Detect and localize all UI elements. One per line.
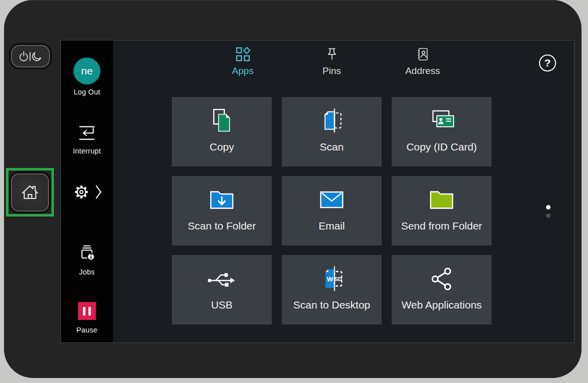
pause-label: Pause	[76, 326, 97, 334]
app-tile-send-from-folder[interactable]: Send from Folder	[392, 176, 492, 246]
folder-icon	[427, 188, 456, 212]
sidebar-item-logout[interactable]: ne Log Out	[61, 58, 113, 96]
app-label: Copy (ID Card)	[406, 141, 477, 153]
page-dot-active	[546, 205, 551, 210]
jobs-label: Jobs	[79, 268, 94, 276]
tab-apps[interactable]: Apps	[213, 46, 273, 76]
app-tile-scan-to-desktop[interactable]: W SD Scan to Desktop	[282, 255, 382, 324]
touchscreen: ne Log Out Interrupt	[60, 40, 575, 343]
tab-address[interactable]: Address	[393, 46, 453, 76]
sidebar: ne Log Out Interrupt	[61, 40, 113, 342]
sidebar-item-settings[interactable]	[61, 182, 113, 202]
usb-icon	[206, 268, 238, 290]
app-label: Send from Folder	[401, 220, 482, 232]
app-label: Copy	[209, 141, 234, 153]
svg-text:W: W	[327, 276, 333, 283]
help-button[interactable]: ?	[539, 54, 556, 72]
pin-icon	[325, 46, 339, 62]
power-sleep-icon	[17, 50, 44, 64]
share-nodes-icon	[429, 266, 455, 292]
app-tile-usb[interactable]: USB	[172, 255, 272, 324]
page-indicator[interactable]	[546, 205, 551, 218]
app-label: Scan	[320, 141, 344, 153]
app-tile-email[interactable]: Email	[282, 176, 382, 246]
logout-label: Log Out	[74, 88, 100, 96]
page-dot	[546, 214, 551, 218]
address-book-icon	[416, 46, 430, 62]
app-tile-web-applications[interactable]: Web Applications	[392, 255, 492, 324]
copy-pages-icon	[208, 107, 236, 135]
app-tile-copy[interactable]: Copy	[172, 97, 272, 166]
tab-address-label: Address	[405, 66, 440, 76]
avatar-initials: ne	[81, 65, 92, 77]
jobs-icon	[77, 244, 96, 262]
printer-control-panel: ne Log Out Interrupt	[0, 0, 588, 383]
user-avatar: ne	[73, 58, 100, 84]
folder-down-arrow-icon	[207, 188, 236, 212]
app-label: Scan to Folder	[188, 220, 256, 232]
home-button[interactable]	[11, 174, 49, 212]
tab-apps-label: Apps	[232, 66, 253, 76]
app-label: Scan to Desktop	[293, 299, 370, 311]
app-label: Email	[319, 220, 345, 232]
sidebar-item-interrupt[interactable]: Interrupt	[61, 124, 113, 155]
app-label: Web Applications	[402, 299, 482, 311]
id-card-icon	[426, 108, 458, 134]
tab-pins[interactable]: Pins	[302, 46, 362, 76]
app-tile-scan[interactable]: Scan	[282, 97, 382, 166]
interrupt-label: Interrupt	[73, 147, 101, 155]
app-tile-scan-to-folder[interactable]: Scan to Folder	[172, 176, 272, 246]
question-mark-icon: ?	[545, 57, 551, 69]
home-screen: Apps Pins	[113, 40, 574, 342]
interrupt-icon	[78, 124, 96, 142]
chevron-right-icon	[95, 184, 102, 200]
wsd-page-icon: W SD	[318, 265, 346, 293]
pause-icon	[78, 302, 96, 320]
apps-icon	[235, 46, 251, 62]
sidebar-item-pause[interactable]: Pause	[61, 302, 113, 334]
envelope-icon	[317, 188, 346, 212]
tab-pins-label: Pins	[323, 66, 341, 76]
home-icon	[20, 182, 40, 202]
scan-page-icon	[318, 107, 346, 135]
app-grid: Copy Scan	[172, 97, 492, 324]
power-sleep-button[interactable]	[11, 45, 50, 68]
app-label: USB	[211, 299, 232, 311]
sidebar-item-jobs[interactable]: Jobs	[61, 244, 113, 276]
app-tile-copy-id-card[interactable]: Copy (ID Card)	[392, 97, 492, 166]
svg-text:SD: SD	[335, 276, 342, 282]
gear-icon	[72, 182, 91, 202]
